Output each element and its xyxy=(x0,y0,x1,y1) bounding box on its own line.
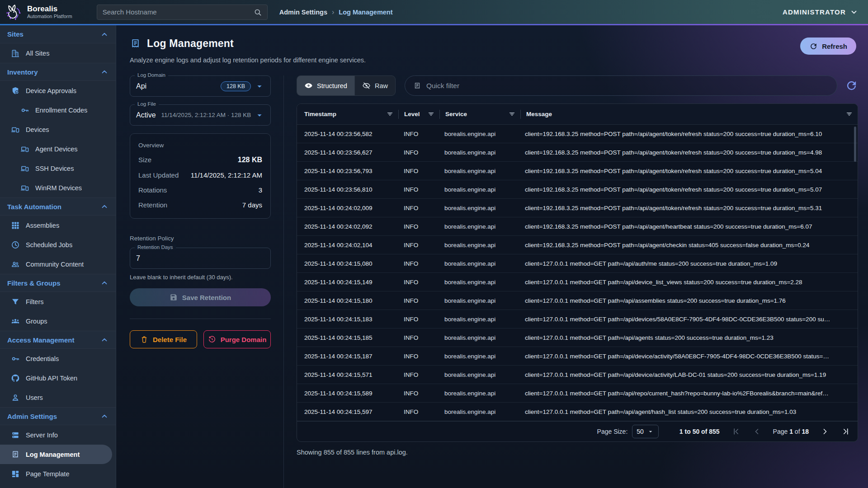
breadcrumb-parent[interactable]: Admin Settings xyxy=(279,9,327,16)
log-file-select[interactable]: Log File Active 11/14/2025, 2:12:12 AM ·… xyxy=(130,104,271,126)
sidebar-item-label: Enrollment Codes xyxy=(35,107,87,114)
brand-name: Borealis xyxy=(27,5,72,14)
log-service-cell: borealis.engine.api xyxy=(439,297,519,304)
title-wrap: Log Management Analyze engine logs and a… xyxy=(130,38,366,64)
retention-policy-label: Retention Policy xyxy=(130,235,271,242)
sidebar-item-devices[interactable]: Devices xyxy=(0,120,116,139)
key-icon xyxy=(11,354,20,363)
next-page-icon[interactable] xyxy=(821,427,830,436)
log-table-body: 2025-11-14 00:23:56,582INFOborealis.engi… xyxy=(297,125,858,421)
overview-row-size: Size 128 KB xyxy=(138,156,262,164)
sidebar-section-filters-groups[interactable]: Filters & Groups xyxy=(0,274,116,292)
sidebar-section-access-management[interactable]: Access Management xyxy=(0,331,116,349)
sidebar-section-label: Sites xyxy=(7,30,24,38)
purge-domain-button[interactable]: Purge Domain xyxy=(203,330,271,348)
row-range: 1 to 50 of 855 xyxy=(679,428,720,435)
column-label: Level xyxy=(404,111,420,117)
log-table-card: Timestamp Level Service xyxy=(297,103,858,442)
sidebar-item-winrm-devices[interactable]: WinRM Devices xyxy=(0,178,116,197)
sidebar-item-enrollment-codes[interactable]: Enrollment Codes xyxy=(0,100,116,120)
sidebar-item-groups[interactable]: Groups xyxy=(0,311,116,331)
quick-filter-input[interactable] xyxy=(426,82,829,90)
log-timestamp-cell: 2025-11-14 00:24:15,187 xyxy=(297,353,398,360)
sidebar-item-agent-devices[interactable]: Agent Devices xyxy=(0,139,116,159)
sidebar-item-ssh-devices[interactable]: SSH Devices xyxy=(0,159,116,178)
page-size-select[interactable]: 50 xyxy=(632,425,659,438)
overview-label: Rotations xyxy=(138,186,167,194)
mode-structured-label: Structured xyxy=(317,82,347,89)
sidebar-item-device-approvals[interactable]: Device Approvals xyxy=(0,81,116,100)
retention-days-field: Retention Days xyxy=(130,248,271,269)
log-row: 2025-11-14 00:24:15,080INFOborealis.engi… xyxy=(297,254,858,273)
log-level-cell: INFO xyxy=(398,260,439,267)
template-icon xyxy=(11,469,20,479)
log-domain-label: Log Domain xyxy=(135,72,168,78)
filter-list-icon[interactable] xyxy=(386,110,394,118)
sidebar-item-page-template[interactable]: Page Template xyxy=(0,464,116,483)
sidebar-item-scheduled-jobs[interactable]: Scheduled Jobs xyxy=(0,235,116,254)
main-content: Log Management Analyze engine logs and a… xyxy=(116,24,868,488)
log-level-cell: INFO xyxy=(398,408,439,415)
mode-raw[interactable]: Raw xyxy=(355,76,395,95)
sidebar-item-community-content[interactable]: Community Content xyxy=(0,254,116,274)
save-retention-button[interactable]: Save Retention xyxy=(130,288,271,306)
overview-label: Retention xyxy=(138,201,167,209)
log-service-cell: borealis.engine.api xyxy=(439,353,519,360)
refresh-icon[interactable] xyxy=(845,79,858,92)
user-menu[interactable]: ADMINISTRATOR xyxy=(783,8,858,16)
app: Borealis Automation Platform Admin Setti… xyxy=(0,0,868,488)
sidebar-item-label: Page Template xyxy=(26,470,69,478)
log-level-cell: INFO xyxy=(398,242,439,249)
log-timestamp-cell: 2025-11-14 00:24:15,571 xyxy=(297,371,398,378)
hostname-search[interactable] xyxy=(97,5,268,20)
log-service-cell: borealis.engine.api xyxy=(439,242,519,249)
log-level-cell: INFO xyxy=(398,186,439,193)
column-label: Service xyxy=(445,111,467,117)
filter-list-icon[interactable] xyxy=(427,110,435,118)
search-input[interactable] xyxy=(103,8,254,16)
filter-list-icon[interactable] xyxy=(508,110,516,118)
eye-icon xyxy=(304,81,313,90)
log-file-value: Active xyxy=(136,111,156,119)
sidebar-item-users[interactable]: Users xyxy=(0,388,116,407)
log-level-cell: INFO xyxy=(398,334,439,341)
sidebar-section-sites[interactable]: Sites xyxy=(0,25,116,43)
sidebar-item-server-info[interactable]: Server Info xyxy=(0,425,116,445)
log-timestamp-cell: 2025-11-14 00:24:02,104 xyxy=(297,242,398,249)
first-page-icon[interactable] xyxy=(731,427,741,436)
sidebar-item-label: Scheduled Jobs xyxy=(26,241,72,249)
log-timestamp-cell: 2025-11-14 00:24:15,589 xyxy=(297,390,398,397)
sidebar-section-task-automation[interactable]: Task Automation xyxy=(0,197,116,216)
sidebar-item-github-api-token[interactable]: GitHub API Token xyxy=(0,368,116,388)
sidebar-section-label: Filters & Groups xyxy=(7,279,61,287)
last-page-icon[interactable] xyxy=(841,427,850,436)
retention-days-input[interactable] xyxy=(136,254,264,263)
delete-file-button[interactable]: Delete File xyxy=(130,330,197,348)
sidebar-item-all-sites[interactable]: All Sites xyxy=(0,43,116,63)
sidebar-item-log-management[interactable]: Log Management xyxy=(0,445,112,464)
sidebar-item-label: Credentials xyxy=(26,355,59,362)
quick-filter-field[interactable] xyxy=(405,75,837,96)
sidebar-item-label: Device Approvals xyxy=(26,87,76,94)
refresh-button[interactable]: Refresh xyxy=(800,38,856,55)
brand-tagline: Automation Platform xyxy=(27,14,72,19)
people-icon xyxy=(11,260,20,269)
sidebar-item-assemblies[interactable]: Assemblies xyxy=(0,216,116,235)
sidebar-item-label: Assemblies xyxy=(26,222,59,229)
column-header-timestamp: Timestamp xyxy=(297,104,398,124)
log-domain-size-badge: 128 KB xyxy=(221,81,251,91)
overview-row-updated: Last Updated 11/14/2025, 2:12:12 AM xyxy=(138,171,262,179)
filter-list-icon[interactable] xyxy=(845,110,853,118)
sidebar-section-inventory[interactable]: Inventory xyxy=(0,63,116,81)
mode-structured[interactable]: Structured xyxy=(297,76,355,95)
log-service-cell: borealis.engine.api xyxy=(439,260,519,267)
table-scrollbar[interactable] xyxy=(854,127,856,162)
prev-page-icon[interactable] xyxy=(752,427,761,436)
sidebar-section-admin-settings[interactable]: Admin Settings xyxy=(0,407,116,425)
sidebar-item-credentials[interactable]: Credentials xyxy=(0,349,116,368)
github-icon xyxy=(11,374,20,383)
log-message-cell: client=192.168.3.25 method=POST path=/ap… xyxy=(519,205,858,211)
sidebar-item-filters[interactable]: Filters xyxy=(0,292,116,311)
log-domain-select[interactable]: Log Domain Api 128 KB xyxy=(130,75,271,97)
caret-down-icon xyxy=(255,110,264,120)
